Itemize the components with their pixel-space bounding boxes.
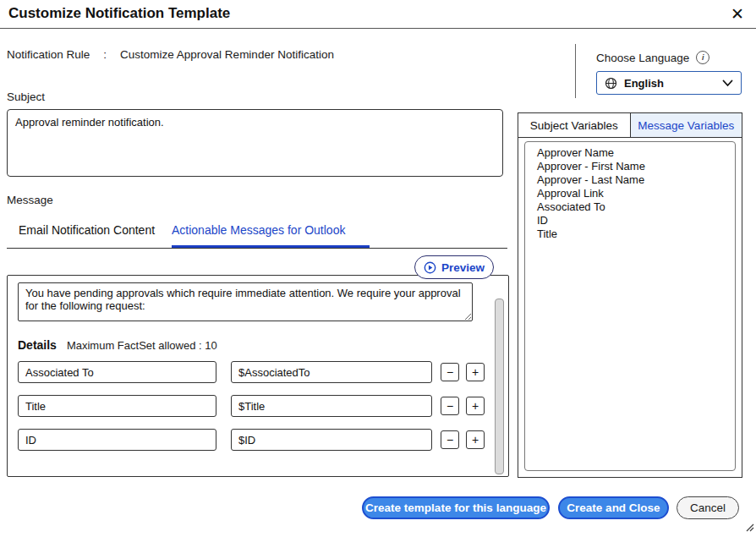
preview-button[interactable]: Preview [414,255,494,279]
notification-rule-value: Customize Approval Reminder Notification [120,48,334,61]
preview-button-label: Preview [441,261,485,274]
list-item[interactable]: Approval Link [537,187,735,200]
list-item[interactable]: Title [537,227,735,241]
details-header: Details Maximum FactSet allowed : 10 [18,338,217,352]
dialog-title: Customize Notification Template [8,5,230,22]
variables-panel: Subject Variables Message Variables Appr… [518,112,742,478]
message-content-box: You have pending approvals which require… [7,275,509,477]
notification-rule-label: Notification Rule [7,48,90,61]
customize-notification-template-dialog: Customize Notification Template ✕ Notifi… [0,0,756,537]
language-dropdown[interactable]: English [596,71,742,95]
list-item[interactable]: Approver Name [537,146,735,160]
remove-row-button[interactable]: − [441,430,459,449]
details-label: Details [18,338,57,352]
notification-rule-colon: : [103,48,107,61]
add-row-button[interactable]: + [466,363,485,381]
variables-list: Approver Name Approver - First Name Appr… [524,141,736,471]
subject-label: Subject [7,90,45,103]
factset-row: − + [18,361,485,383]
tabs-divider [7,248,507,249]
factset-name-input[interactable] [18,361,216,383]
add-row-button[interactable]: + [466,397,485,415]
info-icon[interactable]: i [696,51,709,64]
details-max-factset-hint: Maximum FactSet allowed : 10 [67,339,217,352]
list-item[interactable]: Approver - Last Name [537,173,735,187]
choose-language-label: Choose Language [596,52,689,64]
tab-subject-variables[interactable]: Subject Variables [518,113,631,137]
add-row-button[interactable]: + [466,430,485,449]
message-body-input[interactable]: You have pending approvals which require… [18,282,473,321]
header-vertical-divider [575,44,576,98]
tab-actionable-messages-outlook[interactable]: Actionable Messages for Outlook [172,223,345,237]
cancel-button[interactable]: Cancel [677,496,739,519]
remove-row-button[interactable]: − [441,363,459,381]
variables-tabs: Subject Variables Message Variables [518,113,742,138]
create-and-close-button[interactable]: Create and Close [558,496,669,519]
factset-variable-input[interactable] [231,395,432,417]
language-selected-value: English [624,77,715,90]
window-resize-handle-icon[interactable] [743,520,754,535]
subject-input[interactable]: Approval reminder notification. [7,109,503,177]
chevron-down-icon [722,79,733,87]
create-template-for-language-button[interactable]: Create template for this language [362,496,550,519]
list-item[interactable]: ID [537,214,735,227]
play-icon [424,261,436,274]
list-item[interactable]: Associated To [537,200,735,214]
factset-row: − + [18,395,485,417]
content-scrollbar[interactable] [495,299,504,474]
message-label: Message [7,194,53,206]
title-divider [0,28,756,29]
choose-language-row: Choose Language i [596,51,709,64]
notification-rule-row: Notification Rule : Customize Approval R… [7,48,334,61]
factset-name-input[interactable] [18,429,216,451]
tab-email-notification-content[interactable]: Email Notification Content [19,223,155,237]
close-icon[interactable]: ✕ [731,5,744,24]
tab-message-variables[interactable]: Message Variables [631,113,742,137]
list-item[interactable]: Approver - First Name [537,160,735,173]
globe-icon [605,77,617,90]
factset-name-input[interactable] [18,395,216,417]
remove-row-button[interactable]: − [441,397,459,415]
active-tab-underline [172,245,370,248]
factset-variable-input[interactable] [231,429,432,451]
factset-variable-input[interactable] [231,361,432,383]
factset-row: − + [18,429,485,451]
